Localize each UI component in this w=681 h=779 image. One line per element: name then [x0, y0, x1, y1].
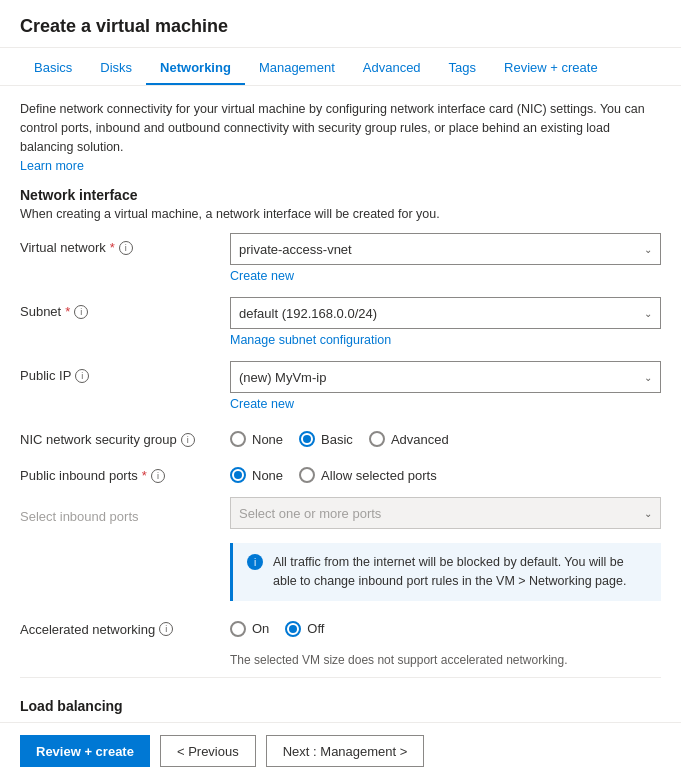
select-ports-dropdown: Select one or more ports ⌄	[230, 497, 661, 529]
select-ports-label: Select inbound ports	[20, 503, 230, 524]
subnet-row: Subnet * i default (192.168.0.0/24) ⌄ Ma…	[20, 297, 661, 347]
accel-on-option[interactable]: On	[230, 621, 269, 637]
tab-management[interactable]: Management	[245, 50, 349, 85]
public-inbound-info-icon[interactable]: i	[151, 469, 165, 483]
subnet-info-icon[interactable]: i	[74, 305, 88, 319]
network-interface-title: Network interface	[20, 187, 661, 203]
description-text: Define network connectivity for your vir…	[20, 100, 661, 156]
inbound-info-box: i All traffic from the internet will be …	[230, 543, 661, 601]
virtual-network-info-icon[interactable]: i	[119, 241, 133, 255]
virtual-network-dropdown[interactable]: private-access-vnet ⌄	[230, 233, 661, 265]
inbound-allow-option[interactable]: Allow selected ports	[299, 467, 437, 483]
accelerated-networking-label: Accelerated networking i	[20, 615, 230, 637]
nic-security-group-info-icon[interactable]: i	[181, 433, 195, 447]
public-ip-row: Public IP i (new) MyVm-ip ⌄ Create new	[20, 361, 661, 411]
nic-sg-advanced-radio[interactable]	[369, 431, 385, 447]
nic-sg-basic-radio[interactable]	[299, 431, 315, 447]
tab-review-create[interactable]: Review + create	[490, 50, 612, 85]
inbound-none-radio[interactable]	[230, 467, 246, 483]
nic-sg-none-option[interactable]: None	[230, 431, 283, 447]
subnet-required: *	[65, 304, 70, 319]
public-inbound-ports-row: Public inbound ports * i None Allow sele…	[20, 461, 661, 483]
subnet-label: Subnet * i	[20, 297, 230, 319]
public-ip-dropdown-arrow: ⌄	[644, 372, 652, 383]
tab-advanced[interactable]: Advanced	[349, 50, 435, 85]
load-balancing-title: Load balancing	[20, 698, 661, 714]
tab-networking[interactable]: Networking	[146, 50, 245, 85]
select-inbound-ports-row: Select inbound ports Select one or more …	[20, 497, 661, 529]
virtual-network-dropdown-arrow: ⌄	[644, 244, 652, 255]
virtual-network-control: private-access-vnet ⌄ Create new	[230, 233, 661, 283]
accelerated-networking-control: On Off	[230, 615, 661, 637]
public-ip-info-icon[interactable]: i	[75, 369, 89, 383]
tabs-bar: Basics Disks Networking Management Advan…	[0, 50, 681, 86]
tab-disks[interactable]: Disks	[86, 50, 146, 85]
nic-sg-advanced-option[interactable]: Advanced	[369, 431, 449, 447]
select-ports-control: Select one or more ports ⌄	[230, 497, 661, 529]
nic-security-group-control: None Basic Advanced	[230, 425, 661, 447]
nic-security-group-radio-group: None Basic Advanced	[230, 425, 661, 447]
nic-security-group-row: NIC network security group i None Basic …	[20, 425, 661, 447]
public-ip-label: Public IP i	[20, 361, 230, 383]
previous-button[interactable]: < Previous	[160, 735, 256, 767]
public-ip-dropdown[interactable]: (new) MyVm-ip ⌄	[230, 361, 661, 393]
next-button[interactable]: Next : Management >	[266, 735, 425, 767]
subnet-control: default (192.168.0.0/24) ⌄ Manage subnet…	[230, 297, 661, 347]
public-ip-create-new[interactable]: Create new	[230, 397, 661, 411]
network-interface-subtitle: When creating a virtual machine, a netwo…	[20, 207, 661, 221]
nic-security-group-label: NIC network security group i	[20, 425, 230, 447]
public-inbound-ports-label: Public inbound ports * i	[20, 461, 230, 483]
public-inbound-ports-control: None Allow selected ports	[230, 461, 661, 483]
accel-off-option[interactable]: Off	[285, 621, 324, 637]
virtual-network-label: Virtual network * i	[20, 233, 230, 255]
tab-basics[interactable]: Basics	[20, 50, 86, 85]
accel-on-radio[interactable]	[230, 621, 246, 637]
description-learn-more[interactable]: Learn more	[20, 159, 84, 173]
public-ip-control: (new) MyVm-ip ⌄ Create new	[230, 361, 661, 411]
page-title: Create a virtual machine	[20, 16, 661, 37]
public-inbound-radio-group: None Allow selected ports	[230, 461, 661, 483]
subnet-manage-link[interactable]: Manage subnet configuration	[230, 333, 661, 347]
virtual-network-create-new[interactable]: Create new	[230, 269, 661, 283]
accelerated-networking-note: The selected VM size does not support ac…	[230, 651, 661, 667]
info-box-icon: i	[247, 554, 263, 570]
virtual-network-required: *	[110, 240, 115, 255]
review-create-button[interactable]: Review + create	[20, 735, 150, 767]
accelerated-networking-radio-group: On Off	[230, 615, 661, 637]
public-inbound-required: *	[142, 468, 147, 483]
select-ports-arrow: ⌄	[644, 508, 652, 519]
subnet-dropdown[interactable]: default (192.168.0.0/24) ⌄	[230, 297, 661, 329]
virtual-network-row: Virtual network * i private-access-vnet …	[20, 233, 661, 283]
inbound-allow-radio[interactable]	[299, 467, 315, 483]
accelerated-networking-row: Accelerated networking i On Off	[20, 615, 661, 637]
accelerated-networking-info-icon[interactable]: i	[159, 622, 173, 636]
nic-sg-none-radio[interactable]	[230, 431, 246, 447]
nic-sg-basic-option[interactable]: Basic	[299, 431, 353, 447]
inbound-none-option[interactable]: None	[230, 467, 283, 483]
subnet-dropdown-arrow: ⌄	[644, 308, 652, 319]
footer-bar: Review + create < Previous Next : Manage…	[0, 722, 681, 779]
accel-off-radio[interactable]	[285, 621, 301, 637]
tab-tags[interactable]: Tags	[435, 50, 490, 85]
